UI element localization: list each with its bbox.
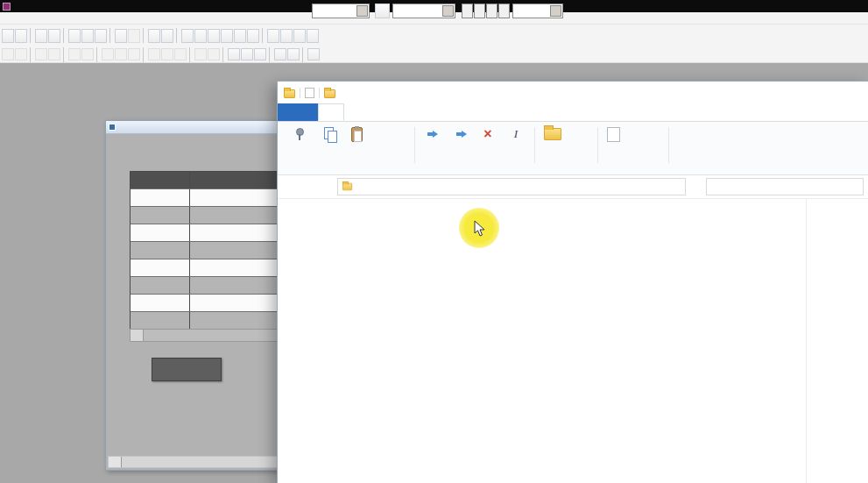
chevron-down-icon[interactable] [356, 5, 368, 17]
toolbar-separator [63, 28, 66, 43]
font-icon[interactable] [208, 29, 220, 43]
condition-icon[interactable] [234, 29, 246, 43]
toolbar-separator [30, 28, 32, 43]
scroll-left-button[interactable] [109, 457, 122, 467]
group-separator [414, 127, 415, 163]
print-icon[interactable] [35, 29, 47, 43]
space-v-icon[interactable] [161, 48, 173, 60]
breadcrumb[interactable] [337, 178, 686, 195]
animation-icon[interactable] [181, 29, 194, 43]
chevron-down-icon[interactable] [442, 5, 454, 17]
search-input[interactable] [707, 182, 863, 192]
state-button-s2[interactable] [486, 4, 498, 18]
language-icon[interactable] [375, 4, 390, 18]
same-height-icon[interactable] [115, 48, 127, 60]
explorer-titlebar[interactable] [278, 82, 868, 103]
toolbar-separator [30, 47, 32, 62]
zoom-combo[interactable] [312, 4, 370, 18]
chevron-down-icon[interactable] [550, 5, 561, 17]
align-right-icon[interactable] [15, 48, 27, 60]
toolbar-separator [262, 28, 265, 43]
paste-button[interactable] [344, 124, 369, 146]
toolbar-separator [63, 47, 66, 62]
ungroup-icon[interactable] [241, 48, 253, 60]
copy-path-button[interactable] [370, 126, 383, 138]
fill-icon[interactable] [287, 48, 300, 60]
data-icon[interactable] [267, 29, 279, 43]
rotate-icon[interactable] [208, 48, 220, 60]
save-icon[interactable] [15, 29, 27, 43]
copy-button[interactable] [318, 124, 342, 146]
redo-icon[interactable] [128, 29, 140, 43]
table-cell [131, 259, 190, 276]
status-combo[interactable] [512, 4, 563, 18]
app-logo-icon [3, 3, 11, 11]
toolbar-main [0, 25, 868, 46]
frame-icon[interactable] [161, 29, 173, 43]
space-h-icon[interactable] [148, 48, 160, 60]
new-folder-quick-icon[interactable] [324, 89, 335, 98]
grid-setting-icon[interactable] [307, 48, 320, 60]
tab-view[interactable] [369, 103, 393, 121]
lock-icon[interactable] [274, 48, 286, 60]
state-button-s1[interactable] [474, 4, 485, 18]
center-v-icon[interactable] [81, 48, 94, 60]
to-front-icon[interactable] [174, 48, 187, 60]
file-explorer-window[interactable]: × I [277, 81, 868, 483]
toolbox-icon[interactable] [148, 29, 160, 43]
properties-quick-icon[interactable] [305, 88, 314, 98]
toolbar-separator [176, 28, 179, 43]
window-icon [109, 124, 116, 131]
device-icon[interactable] [194, 29, 207, 43]
center-h-icon[interactable] [68, 48, 81, 60]
copy-icon[interactable] [81, 29, 94, 43]
table-cell [131, 295, 190, 311]
cut-icon[interactable] [68, 29, 81, 43]
move-to-button[interactable] [419, 124, 447, 146]
confirm-icon[interactable] [293, 29, 306, 43]
table-cell [131, 224, 190, 241]
tab-file[interactable] [278, 103, 318, 121]
toolbar-separator [222, 47, 225, 62]
rename-cursor-icon: I [514, 130, 518, 139]
cut-button[interactable] [370, 151, 383, 162]
align-left-icon[interactable] [2, 48, 14, 60]
rename-button[interactable]: I [500, 124, 532, 146]
undo-icon[interactable] [115, 29, 127, 43]
same-width-icon[interactable] [102, 48, 114, 60]
group-icon[interactable] [228, 48, 240, 60]
delete-button[interactable]: × [476, 124, 499, 146]
panel-icon[interactable] [221, 29, 233, 43]
tab-home[interactable] [318, 103, 344, 121]
tab-share[interactable] [344, 103, 369, 121]
explorer-main [278, 199, 868, 483]
sort-icon[interactable] [307, 29, 319, 43]
toolbar-separator [189, 47, 192, 62]
search-box[interactable] [706, 178, 864, 195]
grid-icon[interactable] [247, 29, 259, 43]
toolbar-separator [96, 47, 99, 62]
scroll-left-button[interactable] [131, 330, 144, 341]
paste-shortcut-button[interactable] [370, 139, 383, 150]
same-size-icon[interactable] [128, 48, 140, 60]
refresh-display-button[interactable] [152, 358, 222, 381]
layer-icon[interactable] [254, 48, 266, 60]
file-list-header [389, 199, 868, 215]
window-manage-icon[interactable] [280, 29, 293, 43]
align-bottom-icon[interactable] [48, 48, 60, 60]
state-button-s0[interactable] [462, 4, 473, 18]
address-bar [278, 175, 868, 199]
language-combo[interactable] [392, 4, 455, 18]
navigation-pane [278, 199, 389, 483]
to-back-icon[interactable] [194, 48, 207, 60]
copy-to-button[interactable] [448, 124, 476, 146]
align-top-icon[interactable] [35, 48, 47, 60]
state-button-s3[interactable] [498, 4, 510, 18]
new-folder-button[interactable] [537, 124, 568, 146]
paste-icon[interactable] [95, 29, 107, 43]
pin-to-quick-access-button[interactable] [279, 124, 318, 146]
new-window-icon[interactable] [2, 29, 14, 43]
delete-x-icon: × [483, 127, 491, 141]
print-preview-icon[interactable] [48, 29, 60, 43]
properties-button[interactable] [600, 124, 626, 146]
